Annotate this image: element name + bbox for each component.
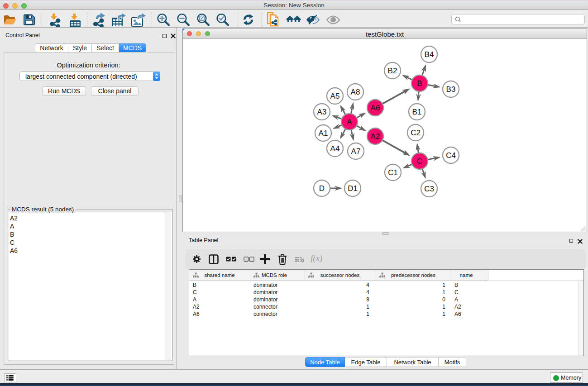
svg-text:A5: A5 bbox=[330, 92, 340, 100]
svg-text:A8: A8 bbox=[351, 88, 360, 96]
svg-text:D: D bbox=[319, 184, 325, 193]
svg-text:C: C bbox=[417, 157, 422, 166]
svg-text:B1: B1 bbox=[412, 108, 422, 116]
svg-text:B3: B3 bbox=[446, 85, 456, 94]
svg-text:D1: D1 bbox=[348, 184, 358, 193]
svg-text:C2: C2 bbox=[411, 129, 421, 137]
svg-text:C1: C1 bbox=[388, 168, 398, 177]
svg-text:A6: A6 bbox=[371, 104, 380, 112]
svg-text:B4: B4 bbox=[425, 50, 434, 59]
svg-text:C4: C4 bbox=[446, 151, 456, 160]
svg-text:B2: B2 bbox=[388, 67, 397, 75]
svg-text:C3: C3 bbox=[424, 185, 434, 193]
svg-text:A: A bbox=[347, 118, 352, 126]
svg-text:A7: A7 bbox=[351, 147, 361, 156]
svg-text:A2: A2 bbox=[371, 132, 380, 141]
svg-text:A4: A4 bbox=[330, 144, 340, 153]
svg-text:A1: A1 bbox=[319, 129, 328, 138]
svg-text:B: B bbox=[417, 79, 422, 88]
svg-text:A3: A3 bbox=[317, 108, 327, 116]
